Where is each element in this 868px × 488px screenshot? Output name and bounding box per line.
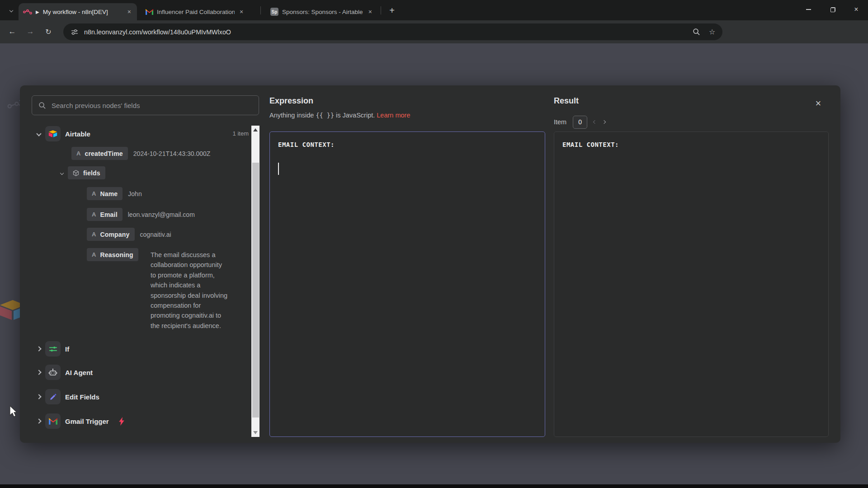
chevron-down-icon[interactable] [60, 171, 64, 174]
field-pill[interactable]: A Email [87, 208, 123, 221]
item-index-input[interactable]: 0 [573, 116, 587, 129]
tab-close-button[interactable]: × [126, 8, 132, 15]
tab-close-button[interactable]: × [367, 8, 373, 15]
expression-title: Expression [269, 96, 313, 106]
screen: ▶ My workflow - n8n[DEV] × Influencer Pa… [0, 0, 868, 488]
tree-node-if[interactable]: If [37, 341, 69, 357]
tab-gmail[interactable]: Influencer Paid Collaboration O × [141, 3, 254, 20]
item-count: 1 item [222, 130, 249, 137]
next-item-icon[interactable] [602, 120, 606, 124]
zoom-icon[interactable] [693, 28, 700, 36]
string-type-icon: A [92, 231, 96, 238]
previous-item-icon[interactable] [593, 120, 597, 124]
field-pill[interactable]: A Name [87, 187, 123, 200]
trigger-bolt-icon [119, 417, 125, 426]
field-value: leon.vanzyl@gmail.com [128, 211, 195, 218]
chevron-right-icon[interactable] [36, 418, 41, 423]
window-restore-button[interactable] [822, 0, 844, 19]
tree-field-name[interactable]: A Name John [87, 187, 142, 200]
close-icon[interactable]: × [812, 97, 825, 110]
tab-title: Influencer Paid Collaboration O [157, 9, 235, 15]
field-value-reasoning: The email discusses a collaboration oppo… [151, 250, 241, 331]
tree-field-email[interactable]: A Email leon.vanzyl@gmail.com [87, 208, 195, 221]
tree-node-label: Edit Fields [65, 393, 99, 401]
expression-content: EMAIL CONTEXT: [278, 141, 335, 148]
forward-button[interactable]: → [24, 26, 36, 38]
new-tab-button[interactable]: + [385, 4, 399, 17]
scrollbar-thumb[interactable] [252, 163, 259, 418]
scroll-down-arrow-icon[interactable] [253, 431, 258, 434]
tab-search-button[interactable] [5, 5, 17, 16]
result-panel: EMAIL CONTEXT: [554, 131, 829, 437]
expression-editor[interactable]: EMAIL CONTEXT: [269, 131, 545, 437]
field-pill[interactable]: fields [68, 166, 105, 179]
gmail-icon [146, 9, 153, 15]
string-type-icon: A [76, 150, 80, 157]
window-close-button[interactable]: × [844, 0, 868, 19]
chevron-right-icon[interactable] [36, 346, 41, 351]
field-value: John [128, 190, 142, 197]
tab-my-workflow[interactable]: ▶ My workflow - n8n[DEV] × [19, 3, 137, 20]
search-icon [38, 102, 46, 109]
gmail-icon [45, 413, 61, 429]
airtable-node-icon [45, 126, 61, 141]
tab-airtable[interactable]: Sp Sponsors: Sponsors - Airtable × [266, 3, 378, 20]
search-input[interactable] [52, 102, 252, 109]
play-icon: ▶ [36, 9, 39, 14]
string-type-icon: A [92, 211, 96, 218]
url-text: n8n.leonvanzyl.com/workflow/148u0uPMIvMW… [84, 28, 231, 36]
chevron-down-icon[interactable] [36, 131, 41, 136]
window-minimize-button[interactable] [797, 0, 819, 19]
bookmark-star-icon[interactable]: ☆ [709, 28, 715, 36]
tab-close-button[interactable]: × [238, 8, 245, 15]
pencil-icon [45, 389, 61, 404]
field-pill[interactable]: A createdTime [71, 147, 128, 160]
reload-button[interactable]: ↻ [42, 26, 54, 38]
result-title: Result [554, 96, 579, 106]
field-pill[interactable]: A Company [87, 228, 135, 241]
taskbar-strip [0, 484, 868, 488]
tree-node-airtable[interactable]: Airtable [37, 126, 90, 141]
sponsors-favicon-icon: Sp [270, 8, 278, 16]
result-item-pager: Item 0 [554, 115, 605, 129]
tab-title: My workflow - n8n[DEV] [43, 9, 123, 15]
chevron-right-icon[interactable] [36, 394, 41, 399]
field-value: 2024-10-21T14:43:30.000Z [133, 150, 210, 157]
learn-more-link[interactable]: Learn more [377, 112, 410, 119]
tree-node-label: Airtable [65, 130, 90, 138]
tab-title: Sponsors: Sponsors - Airtable [282, 9, 363, 15]
tree-node-edit-fields[interactable]: Edit Fields [37, 389, 99, 404]
if-node-icon [45, 341, 61, 357]
tree-node-ai-agent[interactable]: AI Agent [37, 365, 93, 380]
scroll-up-arrow-icon[interactable] [253, 128, 258, 131]
chevron-right-icon[interactable] [36, 370, 41, 375]
tab-separator [381, 6, 381, 14]
tree-field-reasoning[interactable]: A Reasoning [87, 248, 138, 261]
restore-icon [830, 7, 835, 12]
tree-field-createdtime[interactable]: A createdTime 2024-10-21T14:43:30.000Z [71, 147, 210, 160]
result-content: EMAIL CONTEXT: [562, 141, 619, 148]
field-pill[interactable]: A Reasoning [87, 248, 138, 261]
chevron-down-icon [9, 9, 13, 12]
item-label: Item [554, 118, 566, 126]
expression-hint: Anything inside {{ }} is JavaScript. Lea… [269, 112, 410, 119]
minimize-icon [806, 9, 811, 10]
tree-node-label: Gmail Trigger [65, 418, 109, 425]
string-type-icon: A [92, 251, 96, 258]
object-cube-icon [73, 170, 79, 176]
browser-tab-bar: ▶ My workflow - n8n[DEV] × Influencer Pa… [0, 0, 868, 20]
search-field-wrap [32, 95, 259, 115]
text-cursor [278, 163, 279, 175]
string-type-icon: A [92, 190, 96, 197]
tab-separator [260, 6, 261, 14]
tree-field-company[interactable]: A Company cognaitiv.ai [87, 228, 171, 241]
tree-field-fields[interactable]: fields [61, 166, 105, 179]
tree-scrollbar[interactable] [251, 126, 259, 437]
tree-node-label: AI Agent [65, 369, 93, 376]
field-value: cognaitiv.ai [140, 231, 171, 238]
tree-node-gmail-trigger[interactable]: Gmail Trigger [37, 413, 125, 429]
site-settings-icon[interactable] [71, 28, 79, 36]
back-button[interactable]: ← [6, 26, 18, 38]
mouse-cursor [9, 406, 18, 418]
address-bar[interactable]: n8n.leonvanzyl.com/workflow/148u0uPMIvMW… [63, 23, 722, 40]
